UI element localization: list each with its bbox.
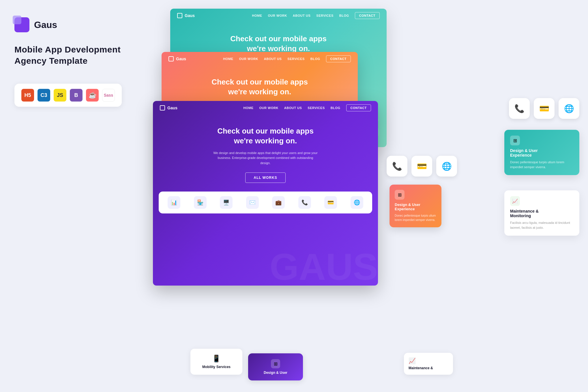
coral-hero-title: Check out our mobile appswe're working o… — [170, 77, 349, 97]
right-white-desc: Facilisis arcu ligula, malesuada id tinc… — [510, 220, 574, 230]
icon-analytics: 📊 — [162, 196, 186, 209]
coral-nav-brand: Gaus — [176, 57, 186, 61]
right-teal-title: Design & UserExperience — [510, 148, 574, 157]
teal-nav-logo-icon — [177, 13, 182, 18]
bottom-design-icon: ⊞ — [271, 359, 280, 368]
coral-nav-blog: BLOG — [310, 57, 320, 61]
purple-icons-row: 📊 🏪 🖥️ ✉️ 💼 📞 💳 🌐 — [159, 192, 372, 213]
teal-nav-work: OUR WORK — [268, 14, 287, 17]
coral-nav-work: OUR WORK — [239, 57, 258, 61]
coral-service-icon: ⊞ — [395, 190, 405, 200]
right-icon-payment: 💳 — [534, 98, 555, 119]
tagline: Mobile App DevelopmentAgency Template — [14, 44, 147, 66]
right-teal-service-card: ⊞ Design & UserExperience Donec pellente… — [504, 130, 579, 175]
right-top-icons: 📞 💳 🌐 — [509, 98, 579, 119]
right-teal-desc: Donec pellentesque turpis utium lorem im… — [510, 160, 574, 169]
coral-nav: Gaus HOME OUR WORK ABOUT US SERVICES BLO… — [162, 52, 358, 66]
purple-nav-logo-icon — [160, 105, 165, 110]
right-white-service-card: 📈 Maintenance &Monitoring Facilisis arcu… — [504, 190, 579, 236]
teal-nav-about: ABOUT US — [293, 14, 310, 17]
icon-payment: 💳 — [319, 196, 343, 209]
bottom-maintenance-card: 📈 Maintenance & — [404, 353, 453, 375]
bottom-design-title: Design & User — [253, 371, 298, 375]
purple-nav-services: SERVICES — [308, 106, 325, 110]
bootstrap-badge: B — [70, 89, 83, 102]
maintenance-title: Maintenance & — [409, 366, 448, 370]
coral-nav-contact[interactable]: CONTACT — [326, 55, 351, 62]
bottom-mobility-card: 📱 Mobility Services — [190, 349, 242, 375]
left-panel: Gaus Mobile App DevelopmentAgency Templa… — [0, 0, 162, 392]
coral-service-title: Design & UserExperience — [395, 202, 436, 211]
teal-nav-contact[interactable]: CONTACT — [355, 12, 380, 19]
teal-nav-home: HOME — [252, 14, 262, 17]
purple-nav-home: HOME — [244, 106, 254, 110]
purple-bg-text: GAUS — [269, 248, 378, 286]
right-teal-icon: ⊞ — [510, 136, 520, 145]
purple-nav: Gaus HOME OUR WORK ABOUT US SERVICES BLO… — [153, 101, 378, 115]
teal-hero-title: Check out our mobile appswe're working o… — [179, 34, 378, 54]
mobility-icon: 📱 — [195, 355, 238, 363]
cup-badge: ☕ — [86, 89, 99, 102]
purple-nav-work: OUR WORK — [259, 106, 278, 110]
previews-area: Gaus HOME OUR WORK ABOUT US SERVICES BLO… — [162, 0, 588, 392]
logo-row: Gaus — [14, 17, 147, 32]
float-icon-global: 🌐 — [436, 156, 457, 177]
purple-nav-contact[interactable]: CONTACT — [346, 104, 371, 111]
icon-work: 💼 — [267, 196, 291, 209]
purple-hero: Check out our mobile appswe're working o… — [153, 115, 378, 189]
icon-store: 🏪 — [188, 196, 212, 209]
logo-text: Gaus — [34, 20, 57, 30]
teal-nav-logo: Gaus — [177, 13, 195, 18]
logo-icon — [14, 17, 29, 32]
teal-nav-services: SERVICES — [316, 14, 333, 17]
teal-nav-brand: Gaus — [185, 13, 195, 18]
floating-icons-row: 📞 💳 🌐 — [387, 156, 457, 177]
icon-call: 📞 — [293, 196, 317, 209]
purple-hero-sub: We design and develop mobile apps that d… — [162, 151, 369, 166]
purple-nav-brand: Gaus — [167, 106, 177, 110]
coral-nav-about: ABOUT US — [264, 57, 282, 61]
purple-hero-title: Check out our mobile appswe're working o… — [162, 126, 369, 146]
right-white-title: Maintenance &Monitoring — [510, 209, 574, 218]
tech-badges: H5 C3 JS B ☕ Sass — [14, 84, 122, 107]
coral-nav-services: SERVICES — [287, 57, 304, 61]
mobility-title: Mobility Services — [195, 365, 238, 369]
right-icon-call: 📞 — [509, 98, 530, 119]
html5-badge: H5 — [21, 89, 34, 102]
coral-nav-logo-icon — [168, 56, 174, 61]
coral-service-card: ⊞ Design & UserExperience Donec pellente… — [389, 185, 441, 227]
js-badge: JS — [54, 89, 66, 102]
maintenance-icon: 📈 — [409, 357, 448, 364]
purple-nav-about: ABOUT US — [284, 106, 302, 110]
teal-nav: Gaus HOME OUR WORK ABOUT US SERVICES BLO… — [170, 9, 387, 22]
purple-nav-logo: Gaus — [160, 105, 177, 110]
css3-badge: C3 — [38, 89, 50, 102]
icon-global: 🌐 — [345, 196, 369, 209]
teal-nav-blog: BLOG — [339, 14, 349, 17]
right-white-icon: 📈 — [510, 196, 520, 206]
purple-nav-blog: BLOG — [331, 106, 340, 110]
float-icon-call: 📞 — [387, 156, 407, 177]
icon-email: ✉️ — [241, 196, 265, 209]
coral-nav-logo: Gaus — [168, 56, 186, 61]
bottom-design-card: ⊞ Design & User — [248, 353, 303, 380]
purple-hero-cta[interactable]: ALL WORKS — [245, 172, 285, 183]
icon-presentation: 🖥️ — [214, 196, 238, 209]
coral-service-desc: Donec pellentesque turpis ulium lorem im… — [395, 213, 436, 222]
sass-badge: Sass — [102, 89, 115, 102]
purple-preview-card: Gaus HOME OUR WORK ABOUT US SERVICES BLO… — [153, 101, 378, 286]
float-icon-payment: 💳 — [411, 156, 432, 177]
right-icon-global: 🌐 — [559, 98, 579, 119]
coral-nav-home: HOME — [223, 57, 233, 61]
